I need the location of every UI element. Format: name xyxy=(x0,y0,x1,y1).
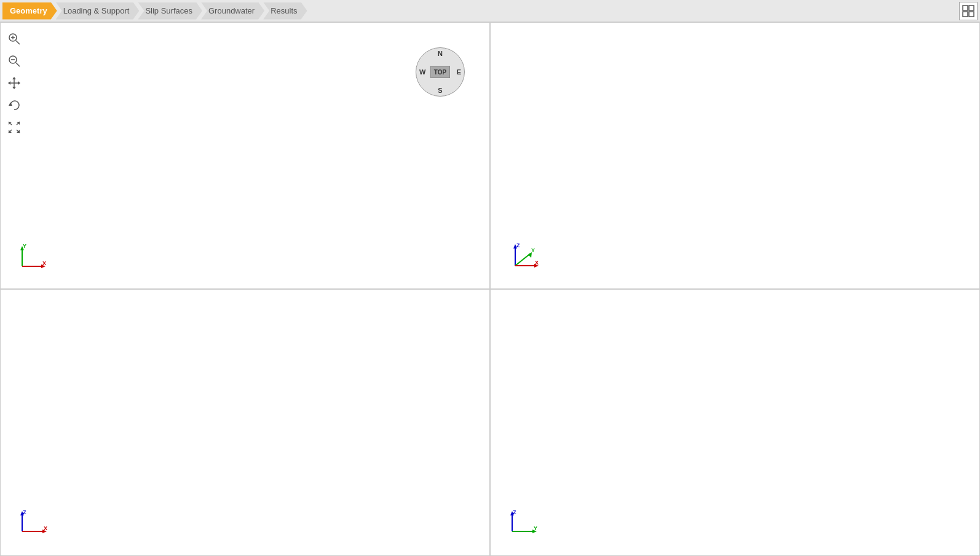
svg-rect-0 xyxy=(963,6,968,10)
axis-zx-svg: Z X xyxy=(13,507,53,541)
zoom-out-button[interactable] xyxy=(6,52,23,70)
svg-marker-13 xyxy=(12,77,16,79)
compass-north: N xyxy=(438,50,443,57)
grid-layout-button[interactable] xyxy=(959,2,978,20)
svg-text:X: X xyxy=(42,260,46,266)
svg-line-5 xyxy=(16,41,20,44)
svg-marker-16 xyxy=(18,81,20,85)
tab-results[interactable]: Results xyxy=(263,2,307,20)
zoom-out-icon xyxy=(7,54,21,68)
svg-text:Z: Z xyxy=(513,509,516,515)
axis-zy-svg: Z Y xyxy=(503,507,543,541)
svg-rect-3 xyxy=(969,12,974,17)
axis-3d-top-right: Z Y X xyxy=(503,240,543,276)
left-toolbar xyxy=(6,30,23,136)
axis-xy-svg: Y X xyxy=(13,243,50,274)
svg-rect-2 xyxy=(963,12,968,17)
axis-zy: Z Y xyxy=(503,507,543,543)
expand-button[interactable] xyxy=(6,119,23,136)
tab-bar: Geometry Loading & Support Slip Surfaces… xyxy=(0,0,980,22)
tab-groundwater[interactable]: Groundwater xyxy=(201,2,264,20)
svg-text:Z: Z xyxy=(516,242,520,248)
zoom-fit-icon xyxy=(7,32,21,46)
svg-marker-15 xyxy=(8,81,10,85)
svg-text:Y: Y xyxy=(531,247,535,253)
zoom-fit-button[interactable] xyxy=(6,30,23,47)
svg-line-9 xyxy=(16,63,20,66)
expand-icon xyxy=(7,121,21,134)
pan-button[interactable] xyxy=(6,74,23,92)
svg-text:Y: Y xyxy=(534,525,537,531)
compass-widget[interactable]: N S W E TOP xyxy=(416,47,465,97)
viewport-top-right[interactable]: Z Y X xyxy=(490,22,980,289)
tab-slip-surfaces[interactable]: Slip Surfaces xyxy=(138,2,202,20)
axis-xy: Y X xyxy=(13,243,50,276)
tab-geometry[interactable]: Geometry xyxy=(2,2,57,20)
viewport-bottom-left[interactable]: Z X xyxy=(0,289,490,556)
undo-button[interactable] xyxy=(6,97,23,114)
compass-west: W xyxy=(419,68,425,76)
viewport-top-left[interactable]: N S W E TOP Y X xyxy=(0,22,490,289)
main-content: N S W E TOP Y X xyxy=(0,22,980,556)
grid-layout-icon xyxy=(962,5,974,17)
pan-icon xyxy=(7,76,21,90)
compass-circle: N S W E TOP xyxy=(416,47,465,97)
svg-text:X: X xyxy=(44,525,47,531)
svg-text:Y: Y xyxy=(23,243,26,249)
compass-east: E xyxy=(457,68,461,76)
tab-loading-support[interactable]: Loading & Support xyxy=(56,2,140,20)
undo-icon xyxy=(7,98,21,112)
svg-marker-14 xyxy=(12,87,16,89)
viewport-bottom-right[interactable]: Z Y xyxy=(490,289,980,556)
svg-text:X: X xyxy=(535,260,539,266)
axis-zx: Z X xyxy=(13,507,53,543)
svg-line-35 xyxy=(515,253,531,266)
compass-top-button[interactable]: TOP xyxy=(430,66,450,78)
svg-text:Z: Z xyxy=(23,509,26,515)
axis-3d-svg: Z Y X xyxy=(503,240,543,274)
svg-rect-1 xyxy=(969,6,974,10)
compass-south: S xyxy=(438,87,442,94)
